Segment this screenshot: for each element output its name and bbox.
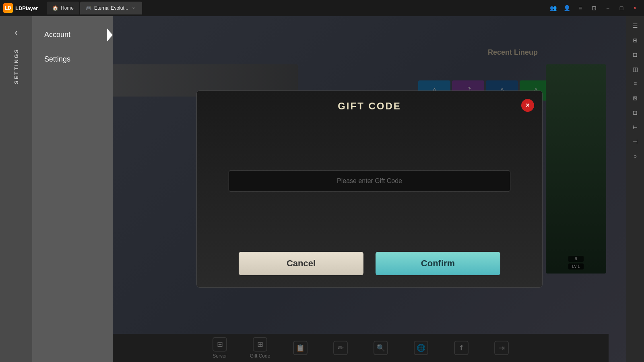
modal-footer: Cancel Confirm	[197, 244, 542, 287]
layout-btn[interactable]: ⊡	[588, 2, 600, 14]
rt-btn-5[interactable]: ≡	[629, 77, 642, 90]
home-icon: 🏠	[52, 5, 58, 11]
logo-icon: LD	[3, 3, 13, 13]
account-btn[interactable]: 👤	[561, 2, 572, 14]
rt-btn-10[interactable]: ○	[629, 150, 642, 162]
rt-btn-4[interactable]: ◫	[629, 63, 642, 76]
contacts-btn[interactable]: 👥	[547, 2, 559, 14]
rt-btn-8[interactable]: ⊢	[629, 121, 642, 134]
maximize-btn[interactable]: □	[616, 2, 627, 14]
modal-body	[197, 118, 542, 244]
cancel-button[interactable]: Cancel	[239, 252, 363, 275]
right-toolbar: ☰ ⊞ ⊟ ◫ ≡ ⊠ ⊡ ⊢ ⊣ ○	[626, 16, 644, 362]
rt-btn-7[interactable]: ⊡	[629, 106, 642, 119]
game-background: Recent Lineup △ ☽ △ △	[113, 16, 626, 362]
left-sidebar: ‹ SETTINGS	[0, 16, 32, 362]
modal-title: GIFT CODE	[338, 101, 401, 112]
modal-overlay: GIFT CODE × Cancel Confirm	[113, 16, 626, 362]
rt-btn-3[interactable]: ⊟	[629, 48, 642, 61]
content-area: Recent Lineup △ ☽ △ △	[113, 16, 626, 362]
tab-home[interactable]: 🏠 Home	[47, 2, 79, 14]
tab-game-label: Eternal Evolut...	[94, 5, 128, 11]
close-btn[interactable]: ×	[630, 2, 641, 14]
modal-header: GIFT CODE ×	[197, 91, 542, 118]
rt-btn-1[interactable]: ☰	[629, 19, 642, 32]
back-button[interactable]: ‹	[8, 24, 24, 40]
tab-home-label: Home	[61, 5, 74, 11]
menu-btn[interactable]: ≡	[575, 2, 586, 14]
titlebar: LD LDPlayer 🏠 Home 🎮 Eternal Evolut... ×…	[0, 0, 644, 16]
confirm-button[interactable]: Confirm	[376, 252, 500, 275]
nav-panel: Account Settings	[32, 16, 113, 362]
tab-bar: 🏠 Home 🎮 Eternal Evolut... ×	[47, 2, 544, 14]
app-logo: LD LDPlayer	[3, 3, 43, 13]
tab-close-icon[interactable]: ×	[131, 5, 136, 11]
main-area: ‹ SETTINGS Account Settings Recent Lineu…	[0, 16, 644, 362]
modal-close-button[interactable]: ×	[521, 99, 534, 112]
rt-btn-6[interactable]: ⊠	[629, 92, 642, 105]
gift-code-input[interactable]	[229, 171, 510, 191]
app-name: LDPlayer	[15, 5, 38, 11]
rt-btn-2[interactable]: ⊞	[629, 34, 642, 47]
nav-item-account[interactable]: Account	[36, 24, 109, 45]
game-icon: 🎮	[86, 5, 92, 11]
nav-account-label: Account	[44, 31, 70, 39]
tab-game[interactable]: 🎮 Eternal Evolut... ×	[80, 2, 142, 14]
rt-btn-9[interactable]: ⊣	[629, 135, 642, 148]
gift-code-modal: GIFT CODE × Cancel Confirm	[196, 90, 543, 288]
nav-item-settings[interactable]: Settings	[36, 49, 109, 70]
settings-label: SETTINGS	[13, 48, 19, 84]
titlebar-controls: 👥 👤 ≡ ⊡ − □ ×	[547, 2, 641, 14]
nav-settings-label: Settings	[44, 55, 70, 63]
minimize-btn[interactable]: −	[602, 2, 613, 14]
